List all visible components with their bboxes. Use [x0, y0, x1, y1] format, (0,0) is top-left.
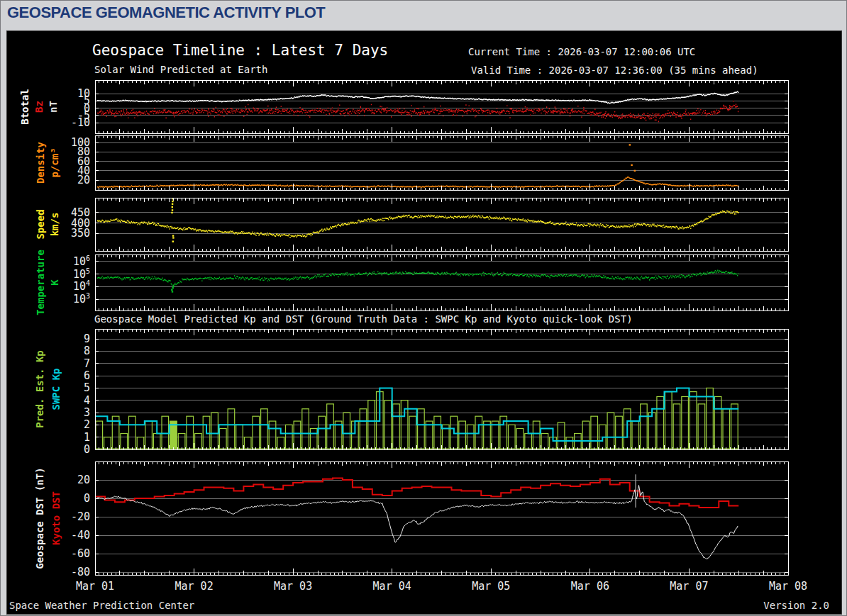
svg-text:Mar 01: Mar 01: [76, 580, 114, 593]
svg-text:-20: -20: [71, 510, 90, 523]
svg-text:2: 2: [84, 418, 90, 431]
svg-text:106: 106: [73, 254, 90, 268]
geomagnetic-activity-chart: 1050-5-10BtotalBznT10080604020Densityp/c…: [1, 1, 847, 616]
svg-text:Btotal: Btotal: [19, 89, 31, 125]
svg-text:3: 3: [84, 406, 90, 419]
svg-text:0: 0: [84, 443, 90, 456]
svg-text:9: 9: [84, 332, 90, 345]
svg-text:Kyoto DST: Kyoto DST: [50, 491, 62, 545]
svg-text:Mar 05: Mar 05: [472, 580, 510, 593]
svg-text:20: 20: [77, 174, 90, 186]
svg-text:20: 20: [77, 474, 90, 486]
svg-text:SWPC Kp: SWPC Kp: [50, 368, 62, 410]
svg-text:nT: nT: [48, 101, 59, 113]
svg-text:Bz: Bz: [33, 101, 45, 113]
svg-text:8: 8: [84, 345, 90, 357]
svg-text:Mar 08: Mar 08: [769, 580, 807, 593]
geospace-activity-page: GEOSPACE GEOMAGNETIC ACTIVITY PLOT Geosp…: [0, 0, 847, 616]
svg-text:Geospace DST (nT): Geospace DST (nT): [34, 467, 45, 569]
svg-text:-40: -40: [71, 529, 90, 542]
svg-text:104: 104: [73, 279, 90, 293]
svg-text:K: K: [49, 279, 60, 286]
svg-text:-60: -60: [71, 547, 90, 560]
svg-text:Mar 02: Mar 02: [175, 580, 214, 593]
svg-text:-10: -10: [71, 116, 90, 129]
svg-text:-80: -80: [71, 566, 90, 578]
svg-text:Density: Density: [35, 141, 46, 184]
svg-text:Speed: Speed: [35, 209, 46, 239]
svg-text:1: 1: [84, 431, 90, 444]
svg-text:6: 6: [84, 369, 90, 382]
svg-text:Mar 06: Mar 06: [571, 580, 609, 593]
svg-text:km/s: km/s: [49, 213, 60, 237]
svg-text:105: 105: [73, 267, 90, 281]
svg-text:350: 350: [71, 227, 90, 240]
svg-text:7: 7: [84, 357, 90, 370]
svg-text:Mar 03: Mar 03: [274, 580, 312, 593]
svg-text:Temperature: Temperature: [35, 250, 46, 315]
svg-text:4: 4: [84, 394, 90, 407]
svg-text:0: 0: [84, 492, 90, 505]
svg-text:Mar 04: Mar 04: [373, 580, 411, 593]
svg-text:5: 5: [84, 381, 90, 394]
svg-text:Pred. Est. Kp: Pred. Est. Kp: [34, 350, 45, 428]
svg-text:Mar 07: Mar 07: [670, 580, 708, 593]
svg-text:103: 103: [73, 292, 90, 306]
svg-text:p/cm³: p/cm³: [49, 147, 60, 177]
